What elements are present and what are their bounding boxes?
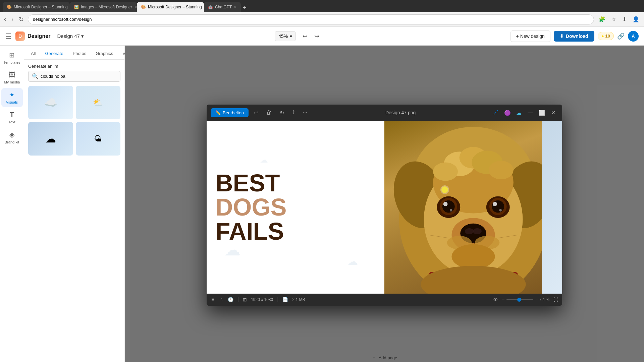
tab-favicon-4: 🤖 [208, 5, 213, 9]
modal-edit-button[interactable]: ✏️ Bearbeiten [211, 108, 249, 117]
zoom-bar[interactable]: − + 64 % [502, 297, 549, 302]
coins-badge: ● 10 [598, 32, 614, 40]
image-grid: ☁️ ⛅ ☁ 🌤 [28, 86, 120, 156]
modal-win-icon1-button[interactable]: 🖊 [491, 108, 501, 118]
sidebar: ⊞ Templates 🖼 My media ✦ Visuals T Text … [0, 46, 24, 362]
modal-win-icon3-button[interactable]: ☁ [514, 108, 524, 118]
new-tab-button[interactable]: + [241, 4, 249, 11]
image-left-panel: BEST DOGS FAILS ☁ ☁ ☁ [207, 121, 384, 294]
modal-win-btns: 🖊 🟣 ☁ — ⬜ ✕ [491, 108, 558, 118]
tab-photos[interactable]: Photos [69, 48, 90, 59]
hamburger-button[interactable]: ☰ [5, 32, 11, 40]
zoom-slider[interactable] [506, 299, 533, 300]
edit-label: Bearbeiten [223, 110, 244, 115]
sidebar-label-text: Text [8, 120, 15, 124]
tab-chatgpt[interactable]: 🤖 ChatGPT ✕ [204, 2, 241, 12]
sidebar-item-visuals[interactable]: ✦ Visuals [1, 88, 23, 107]
modal-minimize-button[interactable]: — [525, 108, 535, 118]
svg-point-9 [433, 162, 458, 181]
back-button[interactable]: ‹ [3, 14, 7, 24]
logo-icon: D [15, 32, 25, 41]
download-button[interactable]: ⬇ Download [554, 31, 594, 42]
image-card-3[interactable]: ☁ [28, 122, 73, 156]
tab-close-2[interactable]: ✕ [134, 5, 137, 9]
tab-favicon-1: 🎨 [7, 5, 12, 9]
redo-button[interactable]: ↪ [312, 31, 322, 41]
logo-text: Designer [28, 33, 50, 39]
fullscreen-icon[interactable]: ⛶ [553, 297, 558, 302]
dimensions-sep: | [237, 297, 239, 303]
dog-face [384, 121, 562, 294]
zoom-in-icon[interactable]: + [535, 297, 538, 302]
text-icon: T [10, 111, 14, 119]
panel-content: Generate an im 🔍 ☁️ ⛅ ☁ 🌤 [24, 60, 124, 362]
image-card-4[interactable]: 🌤 [76, 122, 121, 156]
sidebar-item-templates[interactable]: ⊞ Templates [1, 48, 23, 67]
tab-all[interactable]: All [27, 48, 40, 59]
tab-label-2: Images – Microsoft Designer [81, 5, 132, 9]
brand-kit-icon: ◈ [9, 131, 14, 139]
share-button[interactable]: 🔗 [617, 33, 625, 40]
extensions-button[interactable]: 🧩 [597, 15, 607, 24]
modal-share-button[interactable]: ⤴ [289, 108, 298, 117]
search-input[interactable] [41, 74, 117, 79]
filesize-sep: | [277, 297, 278, 303]
tab-images[interactable]: 🖼️ Images – Microsoft Designer ✕ [70, 2, 137, 12]
topbar-center: 45% ▾ ↩ ↪ [91, 31, 506, 41]
best-text: BEST [215, 171, 286, 195]
tab-generate[interactable]: Generate [41, 48, 67, 59]
app-container: ⊞ Templates 🖼 My media ✦ Visuals T Text … [0, 46, 644, 362]
sidebar-item-my-media[interactable]: 🖼 My media [1, 68, 23, 87]
zoom-thumb [517, 298, 521, 302]
browser-tabs-bar: 🎨 Microsoft Designer – Stunning ✕ 🖼️ Ima… [0, 0, 644, 12]
search-icon: 🔍 [32, 73, 39, 79]
new-design-button[interactable]: + New design [511, 31, 550, 42]
image-card-2[interactable]: ⛅ [76, 86, 121, 119]
undo-button[interactable]: ↩ [300, 31, 310, 41]
modal-overlay: ✏️ Bearbeiten ↩ 🗑 ↻ ⤴ ··· Design 47.png … [125, 46, 644, 362]
edit-icon: ✏️ [215, 110, 221, 115]
svg-point-13 [442, 200, 455, 213]
coins-count: 10 [605, 34, 610, 39]
profile-browser-button[interactable]: 👤 [631, 15, 641, 24]
tab-designer-3[interactable]: 🎨 Microsoft Designer – Stunning ✕ [137, 2, 204, 12]
profile-button[interactable]: A [628, 31, 639, 42]
chevron-down-icon: ▾ [81, 33, 84, 39]
svg-point-14 [443, 202, 448, 206]
forward-button[interactable]: › [10, 14, 15, 24]
address-input[interactable] [28, 14, 594, 24]
modal-delete-button[interactable]: 🗑 [264, 108, 274, 117]
modal-restore-button[interactable]: ⬜ [537, 108, 547, 118]
browser-actions: 🧩 ☆ ⬇ 👤 [597, 15, 641, 24]
svg-point-27 [452, 244, 495, 269]
tab-favicon-3: 🎨 [141, 5, 146, 9]
search-label: Generate an im [28, 64, 120, 69]
zoom-control[interactable]: 45% ▾ [275, 31, 296, 41]
downloads-button[interactable]: ⬇ [620, 15, 629, 24]
app-topbar: ☰ D Designer Design 47 ▾ 45% ▾ ↩ ↪ + New… [0, 27, 644, 46]
filesize-icon: 📄 [282, 297, 288, 302]
topbar-right: + New design ⬇ Download ● 10 🔗 A [511, 31, 639, 42]
modal-bottombar: 🖥 ♡ 🕐 | ⊞ 644 x 362 | 📄 2.1 MB 👁 − [207, 294, 562, 306]
undo-redo: ↩ ↪ [300, 31, 322, 41]
modal-more-button[interactable]: ··· [300, 108, 310, 117]
favorites-button[interactable]: ☆ [609, 15, 618, 24]
zoom-out-icon[interactable]: − [502, 297, 504, 302]
modal-rotate-left-button[interactable]: ↩ [251, 108, 261, 117]
panel-tabs: All Generate Photos Graphics Videos [24, 46, 124, 60]
design-name-button[interactable]: Design 47 ▾ [54, 32, 87, 41]
tab-close-4[interactable]: ✕ [234, 5, 237, 9]
dog-svg [384, 121, 562, 294]
tab-designer-1[interactable]: 🎨 Microsoft Designer – Stunning ✕ [3, 2, 70, 12]
modal-win-icon2-button[interactable]: 🟣 [502, 108, 513, 118]
modal-title: Design 47.png [313, 110, 488, 115]
tab-graphics[interactable]: Graphics [92, 48, 117, 59]
sidebar-item-brand-kit[interactable]: ◈ Brand kit [1, 128, 23, 147]
image-card-1[interactable]: ☁️ [28, 86, 73, 119]
dogs-text: DOGS [215, 195, 286, 219]
modal-close-button[interactable]: ✕ [548, 108, 558, 118]
search-input-wrap[interactable]: 🔍 [28, 71, 120, 82]
sidebar-item-text[interactable]: T Text [1, 108, 23, 127]
modal-rotate-right-button[interactable]: ↻ [277, 108, 287, 117]
refresh-button[interactable]: ↻ [17, 14, 25, 24]
